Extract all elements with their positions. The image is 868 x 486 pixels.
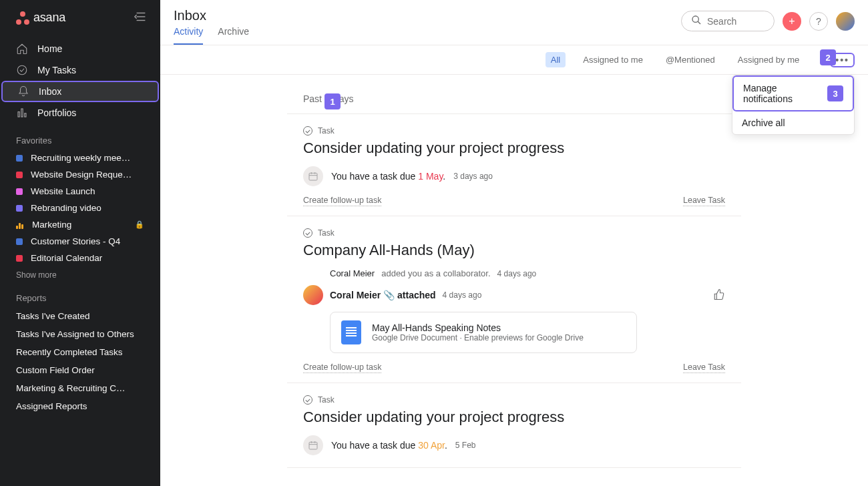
nav-label: My Tasks xyxy=(37,65,76,75)
search-box[interactable] xyxy=(681,11,775,31)
report-item[interactable]: Marketing & Recruiting C… xyxy=(0,379,160,397)
favorite-label: Website Design Reque… xyxy=(31,170,144,180)
nav-my-tasks[interactable]: My Tasks xyxy=(0,59,160,81)
attach-text: Coral Meier 📎 attached xyxy=(330,290,436,300)
feed: Past 7 Days Task Consider updating your … xyxy=(287,75,741,468)
favorite-label: Marketing xyxy=(32,220,127,230)
filter-assigned-by-me[interactable]: Assigned by me xyxy=(732,52,819,67)
favorite-item[interactable]: Rebranding video xyxy=(0,200,160,216)
leave-task-link[interactable]: Leave Task xyxy=(683,196,725,206)
favorite-label: Editorial Calendar xyxy=(31,253,144,263)
more-options-dropdown: Manage notifications 3 Archive all xyxy=(732,75,855,135)
filter-assigned-to-me[interactable]: Assigned to me xyxy=(578,52,648,67)
report-item[interactable]: Custom Field Order xyxy=(0,361,160,379)
home-icon xyxy=(16,43,28,55)
nav-label: Inbox xyxy=(39,86,61,97)
feed-scroll[interactable]: Past 7 Days Task Consider updating your … xyxy=(160,75,868,486)
ellipsis-icon: ••• xyxy=(835,55,849,65)
task-check-icon xyxy=(303,126,312,136)
filter-mentioned[interactable]: @Mentioned xyxy=(660,52,720,67)
paperclip-icon: 📎 xyxy=(383,290,397,300)
favorite-item[interactable]: Marketing 🔒 xyxy=(0,216,160,233)
favorite-label: Rebranding video xyxy=(31,203,144,213)
search-input[interactable] xyxy=(707,16,765,27)
favorite-label: Website Launch xyxy=(31,186,144,196)
favorite-item[interactable]: Customer Stories - Q4 xyxy=(0,233,160,250)
dropdown-label: Archive all xyxy=(742,117,785,128)
card-type-row: Task xyxy=(303,126,725,136)
nav-inbox[interactable]: Inbox xyxy=(1,81,159,102)
create-followup-link[interactable]: Create follow-up task xyxy=(303,362,381,373)
card-title: Company All-Hands (May) xyxy=(303,242,725,259)
nav-label: Portfolios xyxy=(37,107,76,118)
brand-name: asana xyxy=(33,11,65,25)
attachment-info: May All-Hands Speaking Notes Google Driv… xyxy=(372,322,584,342)
inbox-card[interactable]: Task Consider updating your project prog… xyxy=(287,383,741,468)
topbar-left: Inbox Activity Archive xyxy=(174,8,681,45)
app-root: asana Home My Tasks Inbox Portfolios xyxy=(0,0,868,486)
inbox-tabs: Activity Archive xyxy=(174,26,681,45)
bell-icon xyxy=(17,85,29,97)
svg-rect-5 xyxy=(21,109,23,117)
sidebar-header: asana xyxy=(0,0,160,35)
favorite-item[interactable]: Editorial Calendar xyxy=(0,250,160,266)
report-item[interactable]: Tasks I've Assigned to Others xyxy=(0,325,160,343)
feed-section-header: Past 7 Days xyxy=(287,88,741,114)
due-text: You have a task due 30 Apr. xyxy=(331,440,447,451)
tab-activity[interactable]: Activity xyxy=(174,26,203,45)
attachment-card[interactable]: May All-Hands Speaking Notes Google Driv… xyxy=(330,312,637,353)
dropdown-label: Manage notifications xyxy=(743,83,827,104)
collaborator-action: added you as a collaborator. xyxy=(381,268,490,278)
report-item[interactable]: Assigned Reports xyxy=(0,397,160,415)
lock-icon: 🔒 xyxy=(135,220,144,229)
favorite-label: Recruiting weekly mee… xyxy=(31,153,144,163)
calendar-avatar-icon xyxy=(303,435,323,455)
show-more-favorites[interactable]: Show more xyxy=(0,266,160,284)
dropdown-archive-all[interactable]: Archive all xyxy=(732,111,854,134)
user-avatar[interactable] xyxy=(836,12,855,31)
plus-icon: + xyxy=(789,15,795,27)
favorite-item[interactable]: Website Launch xyxy=(0,183,160,200)
svg-rect-9 xyxy=(309,173,317,180)
callout-badge-1: 1 xyxy=(324,93,341,109)
due-text: You have a task due 1 May. xyxy=(331,171,445,182)
report-item[interactable]: Tasks I've Created xyxy=(0,307,160,325)
attach-row: Coral Meier 📎 attached 4 days ago xyxy=(303,285,725,305)
card-title: Consider updating your project progress xyxy=(303,140,725,157)
favorites-heading: Favorites xyxy=(0,126,160,150)
inbox-card[interactable]: Task Consider updating your project prog… xyxy=(287,114,741,216)
check-circle-icon xyxy=(16,64,28,76)
task-check-icon xyxy=(303,395,312,405)
card-meta-row: You have a task due 30 Apr. 5 Feb xyxy=(303,435,725,455)
google-doc-icon xyxy=(341,320,361,344)
report-item[interactable]: Recently Completed Tasks xyxy=(0,343,160,361)
nav-home[interactable]: Home xyxy=(0,38,160,59)
tab-archive[interactable]: Archive xyxy=(218,26,249,45)
project-color-dot xyxy=(16,255,23,262)
primary-nav: Home My Tasks Inbox Portfolios xyxy=(0,35,160,126)
question-icon: ? xyxy=(816,16,821,27)
card-meta-row: You have a task due 1 May. 3 days ago xyxy=(303,166,725,186)
callout-badge-2: 2 xyxy=(820,49,836,65)
favorite-item[interactable]: Website Design Reque… xyxy=(0,166,160,183)
project-color-dot xyxy=(16,238,23,245)
attachment-subtitle: Google Drive Document · Enable previews … xyxy=(372,333,584,342)
dropdown-manage-notifications[interactable]: Manage notifications 3 xyxy=(732,75,854,111)
brand-logo[interactable]: asana xyxy=(16,11,65,25)
nav-portfolios[interactable]: Portfolios xyxy=(0,102,160,124)
favorite-label: Customer Stories - Q4 xyxy=(31,236,144,246)
project-color-dot xyxy=(16,172,23,178)
card-type-label: Task xyxy=(318,395,335,405)
inbox-card[interactable]: Task Company All-Hands (May) Coral Meier… xyxy=(287,216,741,383)
help-button[interactable]: ? xyxy=(809,12,828,31)
meta-time: 5 Feb xyxy=(455,441,476,450)
actor-avatar xyxy=(303,285,323,305)
like-button[interactable] xyxy=(713,288,725,302)
collapse-sidebar-icon[interactable] xyxy=(134,9,148,26)
meta-time: 4 days ago xyxy=(497,269,537,278)
leave-task-link[interactable]: Leave Task xyxy=(683,362,725,373)
create-followup-link[interactable]: Create follow-up task xyxy=(303,196,381,206)
create-button[interactable]: + xyxy=(783,12,801,31)
favorite-item[interactable]: Recruiting weekly mee… xyxy=(0,150,160,166)
filter-all[interactable]: All xyxy=(546,52,566,67)
